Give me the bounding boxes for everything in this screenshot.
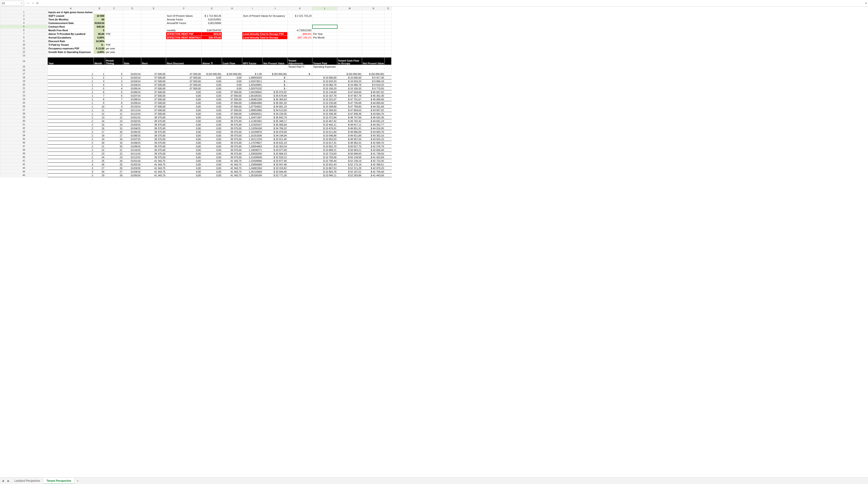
col-header-M[interactable]: M [337, 7, 362, 10]
cell-cf-occupy[interactable]: $ 52 175,18 [337, 163, 362, 166]
cell-period[interactable]: 15 [105, 126, 123, 130]
row-header-9[interactable]: 9 [0, 39, 48, 43]
cell-date[interactable]: 01/09/15 [123, 145, 141, 148]
cell-year[interactable]: 2 [48, 145, 94, 148]
cell-cashflow[interactable]: 0,00 [222, 76, 242, 79]
cell-month[interactable]: 12 [94, 112, 105, 116]
cell-npv2[interactable]: $ 45 352,39 [362, 94, 385, 97]
input-value[interactable]: 5,00% [94, 36, 105, 39]
cell-year[interactable]: 1 [48, 101, 94, 105]
cell-tenant-adj[interactable] [287, 163, 312, 166]
cell-cf-occupy[interactable]: $ 47 701,67 [337, 97, 362, 101]
cell-month[interactable]: 2 [94, 76, 105, 79]
cell-npv-factor[interactable]: 1,07754922 [242, 105, 263, 108]
row-header-32[interactable]: 32 [0, 126, 48, 130]
cell-npv[interactable]: $ (50 000,00) [263, 72, 287, 76]
row-header-19[interactable]: 19 [0, 79, 48, 83]
cell-discount[interactable]: 0,00 [166, 134, 202, 137]
cell-npv2[interactable]: $ (50 000,00) [362, 72, 385, 76]
cell-cashflow[interactable]: 39 375,00 [222, 126, 242, 130]
cell-year[interactable]: 1 [48, 90, 94, 94]
cell-date[interactable]: 01/02/16 [123, 163, 141, 166]
cell-cf-occupy[interactable]: $ 47 838,38 [337, 112, 362, 116]
cell[interactable] [312, 25, 337, 29]
cell-rent[interactable]: 39 375,00 [141, 123, 166, 126]
row-header-35[interactable]: 35 [0, 137, 48, 141]
cell-year[interactable]: 2 [48, 126, 94, 130]
cell-cf-occupy[interactable]: $ 47 634,00 [337, 90, 362, 94]
row-header-16[interactable]: 16 [0, 68, 48, 72]
cell-above-ti[interactable]: 0,00 [202, 108, 222, 112]
cell-tenant-paid[interactable] [312, 72, 337, 76]
cell[interactable] [312, 47, 337, 50]
cell-period[interactable]: 1 [105, 76, 123, 79]
cell-npv2[interactable]: $ 41 423,09 [362, 155, 385, 159]
cell-tenant-paid[interactable]: $ 10 940,11 [312, 174, 337, 177]
cell-npv2[interactable]: $ 44 331,89 [362, 105, 385, 108]
col-header-H[interactable]: H [222, 7, 242, 10]
cell-year[interactable]: 2 [48, 152, 94, 155]
cell-npv-factor[interactable]: 1,11391901 [242, 119, 263, 123]
cell-tenant-adj[interactable] [287, 130, 312, 134]
cell-cashflow[interactable]: 41 343,75 [222, 174, 242, 177]
cell-tenant-paid[interactable]: $ 10 033,33 [312, 79, 337, 83]
col-header-C[interactable]: C [105, 7, 123, 10]
col-header-B[interactable]: B [94, 7, 105, 10]
cell-month[interactable]: 28 [94, 170, 105, 174]
row-header-21[interactable]: 21 [0, 87, 48, 90]
cell-rent[interactable]: 39 375,00 [141, 116, 166, 119]
cell-tenant-paid[interactable]: $ 10 235,68 [312, 101, 337, 105]
cell-npv2[interactable]: $ 42 399,51 [362, 163, 385, 166]
row-header-22[interactable]: 22 [0, 90, 48, 94]
cell-tenant-paid[interactable]: $ 10 304,03 [312, 108, 337, 112]
cell-year[interactable]: 3 [48, 163, 94, 166]
cell-npv[interactable]: $ 33 877,46 [263, 159, 287, 163]
cell-npv[interactable]: $ 35 383,63 [263, 97, 287, 101]
cell-npv-factor[interactable]: 1,09558321 [242, 112, 263, 116]
cell-tenant-paid[interactable]: $ 10 201,67 [312, 97, 337, 101]
cell-discount[interactable]: 0,00 [166, 130, 202, 134]
cell-date[interactable]: 01/03/16 [123, 166, 141, 170]
cell-tenant-paid[interactable]: $ 10 338,38 [312, 112, 337, 116]
cell-npv2[interactable]: $ 44 016,95 [362, 126, 385, 130]
row-header-6[interactable]: 6 [0, 29, 48, 32]
cell-period[interactable]: 0 [105, 72, 123, 76]
cell-npv-factor[interactable]: 1,14199970 [242, 130, 263, 134]
cell-tenant-adj[interactable] [287, 123, 312, 126]
cell-above-ti[interactable]: 0,00 [202, 145, 222, 148]
cell-rent[interactable]: 37 500,00 [141, 112, 166, 116]
col-header-E[interactable]: E [141, 7, 166, 10]
cell-cashflow[interactable]: 0,00 [222, 79, 242, 83]
cell-year[interactable]: 1 [48, 87, 94, 90]
cell-cf-occupy[interactable]: $ 49 747,84 [337, 116, 362, 119]
cell-npv[interactable]: $ 33 044,45 [263, 170, 287, 174]
cell-year[interactable]: 2 [48, 116, 94, 119]
cell-discount[interactable]: 0,00 [166, 174, 202, 177]
row-header-33[interactable]: 33 [0, 130, 48, 134]
cell-cf-occupy[interactable]: $ 10 033,33 [337, 79, 362, 83]
col-header-D[interactable]: D [123, 7, 141, 10]
cell-tenant-paid[interactable]: $ 10 269,80 [312, 105, 337, 108]
cell-npv2[interactable]: $ 44 691,23 [362, 119, 385, 123]
cell-discount[interactable]: 0,00 [166, 116, 202, 119]
cell-npv2[interactable]: $ 42 699,70 [362, 141, 385, 145]
input-value[interactable]: 5 [94, 29, 105, 32]
cell-date[interactable]: 01/01/14 [123, 72, 141, 76]
cell-year[interactable]: 1 [48, 105, 94, 108]
cell-tenant-adj[interactable] [287, 159, 312, 163]
sheet-tab[interactable]: Landlord Perspective [11, 478, 43, 479]
cell-above-ti[interactable]: 0,00 [202, 130, 222, 134]
input-value[interactable]: 10,00% [94, 39, 105, 43]
cell-discount[interactable]: 0,00 [166, 101, 202, 105]
row-header-26[interactable]: 26 [0, 105, 48, 108]
cell-cashflow[interactable]: 39 375,00 [222, 134, 242, 137]
cell-period[interactable]: 11 [105, 112, 123, 116]
cell-npv-factor[interactable]: 1,05105331 [242, 94, 263, 97]
cell-cashflow[interactable]: 39 375,00 [222, 130, 242, 134]
cell-date[interactable]: 01/03/15 [123, 123, 141, 126]
cell-npv2[interactable]: $ 9 770,55 [362, 87, 385, 90]
cell-discount[interactable]: 0,00 [166, 94, 202, 97]
input-value[interactable]: $ 12,00 [94, 47, 105, 50]
cell-date[interactable]: 01/12/15 [123, 155, 141, 159]
cell-date[interactable]: 01/09/14 [123, 101, 141, 105]
